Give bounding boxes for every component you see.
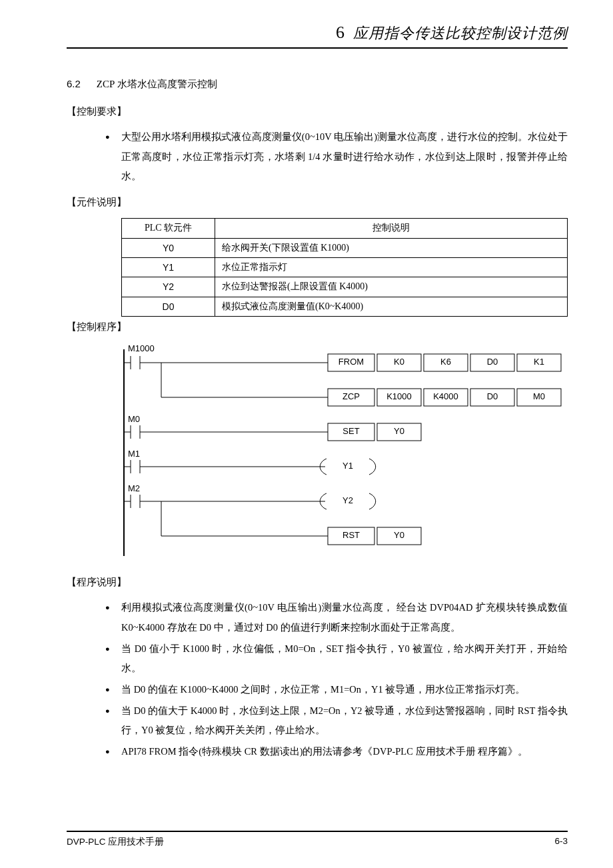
svg-text:K6: K6 — [440, 357, 451, 367]
svg-text:K1: K1 — [534, 357, 544, 367]
ladder-diagram: M1000 FROM K0 K6 D0 K1 ZCP — [67, 343, 568, 563]
svg-text:K4000: K4000 — [433, 392, 458, 402]
svg-text:M1: M1 — [128, 449, 140, 459]
description-list: 利用模拟式液位高度测量仪(0~10V 电压输出)测量水位高度， 经台达 DVP0… — [67, 598, 568, 762]
requirements-list: 大型公用水塔利用模拟式液位高度测量仪(0~10V 电压输出)测量水位高度，进行水… — [67, 127, 568, 187]
svg-text:RST: RST — [342, 531, 360, 541]
svg-text:M2: M2 — [128, 484, 140, 494]
rung-6: RST Y0 — [161, 527, 421, 545]
svg-text:Y2: Y2 — [342, 496, 353, 506]
chapter-header: 6应用指令传送比较控制设计范例 — [67, 23, 568, 49]
table-row: D0模拟式液位高度测量值(K0~K4000) — [122, 297, 568, 316]
table-row: Y1水位正常指示灯 — [122, 257, 568, 277]
svg-text:K1000: K1000 — [386, 392, 412, 402]
rung-4: M1 Y1 — [124, 449, 376, 475]
section-name: ZCP 水塔水位高度警示控制 — [97, 79, 217, 89]
svg-text:Y1: Y1 — [342, 461, 353, 471]
rung-2: ZCP K1000 K4000 D0 M0 — [161, 389, 561, 406]
rung-3: M0 SET Y0 — [124, 415, 421, 441]
component-table: PLC 软元件 控制说明 Y0给水阀开关(下限设置值 K1000) Y1水位正常… — [121, 218, 568, 317]
svg-text:D0: D0 — [487, 357, 498, 367]
table-row: Y0给水阀开关(下限设置值 K1000) — [122, 238, 568, 257]
subhead-description: 【程序说明】 — [67, 576, 568, 589]
table-header: 控制说明 — [215, 219, 568, 238]
svg-text:K0: K0 — [394, 357, 404, 367]
svg-text:Y0: Y0 — [394, 427, 404, 437]
list-item: 当 D0 的值在 K1000~K4000 之间时，水位正常，M1=On，Y1 被… — [121, 680, 568, 700]
section-title: 6.2ZCP 水塔水位高度警示控制 — [67, 78, 568, 91]
subhead-components: 【元件说明】 — [67, 196, 568, 209]
svg-text:Y0: Y0 — [394, 531, 404, 541]
list-item: 利用模拟式液位高度测量仪(0~10V 电压输出)测量水位高度， 经台达 DVP0… — [121, 598, 568, 637]
list-item: API78 FROM 指令(特殊模块 CR 数据读出)的用法请参考《DVP-PL… — [121, 742, 568, 762]
list-item: 当 D0 的值大于 K4000 时，水位到达上限，M2=On，Y2 被导通，水位… — [121, 701, 568, 741]
footer-right: 6-3 — [554, 836, 568, 848]
table-header-row: PLC 软元件 控制说明 — [122, 219, 568, 238]
page-footer: DVP-PLC 应用技术手册 6-3 — [67, 831, 568, 848]
svg-text:M1000: M1000 — [128, 344, 155, 354]
list-item: 当 D0 值小于 K1000 时，水位偏低，M0=On，SET 指令执行，Y0 … — [121, 639, 568, 679]
svg-text:ZCP: ZCP — [342, 392, 360, 402]
list-item: 大型公用水塔利用模拟式液位高度测量仪(0~10V 电压输出)测量水位高度，进行水… — [121, 127, 568, 187]
table-row: Y2水位到达警报器(上限设置值 K4000) — [122, 277, 568, 297]
svg-text:M0: M0 — [128, 415, 140, 425]
subhead-requirements: 【控制要求】 — [67, 105, 568, 118]
svg-text:SET: SET — [342, 427, 359, 437]
table-header: PLC 软元件 — [122, 219, 215, 238]
subhead-program: 【控制程序】 — [67, 321, 568, 333]
svg-text:D0: D0 — [487, 392, 498, 402]
svg-text:M0: M0 — [533, 392, 545, 402]
section-number: 6.2 — [67, 78, 81, 89]
footer-left: DVP-PLC 应用技术手册 — [67, 836, 164, 848]
chapter-number: 6 — [336, 23, 345, 42]
svg-text:FROM: FROM — [338, 357, 364, 367]
chapter-title: 应用指令传送比较控制设计范例 — [353, 25, 568, 41]
